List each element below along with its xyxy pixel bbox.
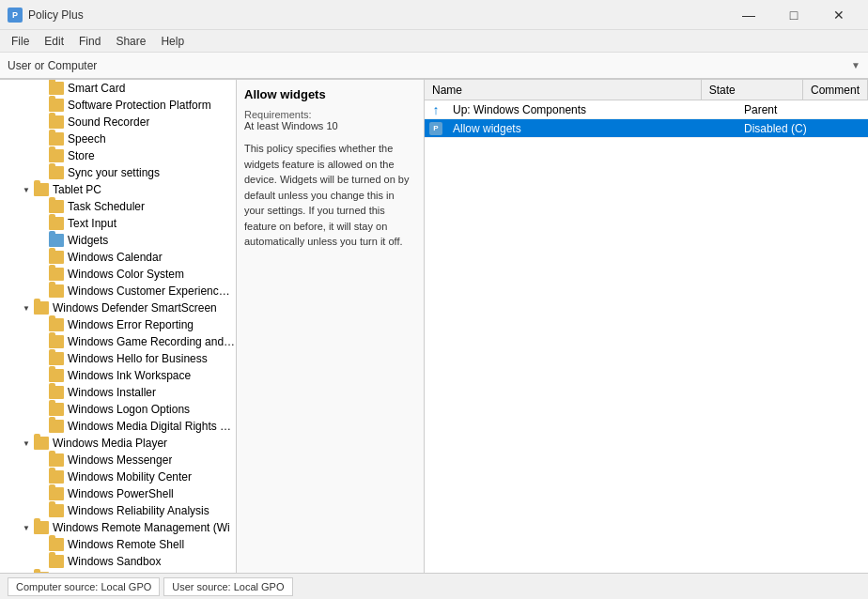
tree-item-speech[interactable]: Speech	[0, 131, 236, 147]
tree-item-label: Task Scheduler	[68, 200, 145, 213]
tree-expand-icon	[34, 469, 49, 484]
tree-item-windows-media-player[interactable]: ▼Windows Media Player	[0, 435, 236, 452]
tree-expand-icon	[34, 368, 49, 383]
menu-find[interactable]: Find	[71, 33, 108, 50]
list-row-up-windows-components[interactable]: ↑Up: Windows ComponentsParent	[425, 100, 868, 119]
tree-item-sound-recorder[interactable]: Sound Recorder	[0, 114, 236, 131]
tree-item-text-input[interactable]: Text Input	[0, 215, 236, 232]
tree-expand-icon	[34, 419, 49, 434]
folder-icon	[49, 335, 64, 348]
tree-item-store[interactable]: Store	[0, 147, 236, 164]
menu-edit[interactable]: Edit	[37, 33, 71, 50]
list-header: Name State Comment	[425, 80, 868, 100]
tree-item-windows-remote-shell[interactable]: Windows Remote Shell	[0, 536, 236, 553]
tree-item-label: Text Input	[68, 217, 116, 230]
minimize-button[interactable]: —	[727, 0, 770, 30]
tree-item-windows-error[interactable]: Windows Error Reporting	[0, 316, 236, 333]
folder-icon	[49, 403, 64, 416]
tree-item-label: Windows Sandbox	[68, 555, 161, 568]
requirements-value: At least Windows 10	[244, 120, 416, 131]
folder-icon	[49, 82, 64, 95]
list-row-allow-widgets[interactable]: PAllow widgetsDisabled (C)	[425, 119, 868, 138]
main-content: Smart CardSoftware Protection PlatformSo…	[0, 79, 868, 573]
header-name[interactable]: Name	[425, 80, 702, 100]
tree-expand-icon	[34, 453, 49, 468]
menu-help[interactable]: Help	[153, 33, 192, 50]
tree-item-task-scheduler[interactable]: Task Scheduler	[0, 198, 236, 215]
tree-item-label: Windows Mobility Center	[68, 470, 192, 484]
tree-item-tablet-pc[interactable]: ▼Tablet PC	[0, 181, 236, 198]
header-comment[interactable]: Comment	[803, 80, 868, 100]
tree-item-windows-mobility[interactable]: Windows Mobility Center	[0, 468, 236, 485]
tree-item-windows-calendar[interactable]: Windows Calendar	[0, 249, 236, 266]
title-bar: P Policy Plus — □ ✕	[0, 0, 868, 30]
folder-icon	[49, 470, 64, 484]
tree-item-software-protection[interactable]: Software Protection Platform	[0, 97, 236, 114]
user-bar-label: User or Computer	[4, 59, 851, 72]
tree-item-windows-powershell[interactable]: Windows PowerShell	[0, 485, 236, 502]
tree-item-label: Windows Defender SmartScreen	[53, 301, 217, 315]
middle-panel: Allow widgets Requirements: At least Win…	[237, 80, 425, 573]
tree-item-windows-defender[interactable]: ▼Windows Defender SmartScreen	[0, 300, 236, 316]
tree-item-label: Windows Security	[53, 572, 142, 573]
left-panel-tree: Smart CardSoftware Protection PlatformSo…	[0, 80, 237, 573]
tree-item-windows-game-recording[interactable]: Windows Game Recording and Broa	[0, 333, 236, 350]
folder-icon	[34, 437, 49, 450]
tree-expand-icon	[34, 165, 49, 180]
tree-item-widgets[interactable]: Widgets	[0, 232, 236, 249]
menu-share[interactable]: Share	[108, 33, 153, 50]
tree-expand-icon: ▼	[19, 182, 34, 197]
user-source: User source: Local GPO	[163, 577, 292, 596]
tree-item-label: Windows Ink Workspace	[68, 369, 191, 382]
user-computer-bar[interactable]: User or Computer ▼	[0, 53, 868, 79]
tree-expand-icon	[34, 537, 49, 552]
folder-icon	[34, 521, 49, 534]
header-state[interactable]: State	[702, 80, 803, 100]
tree-item-windows-color-system[interactable]: Windows Color System	[0, 266, 236, 283]
folder-icon	[49, 200, 64, 213]
tree-item-label: Windows Error Reporting	[68, 318, 194, 331]
tree-item-sync-settings[interactable]: Sync your settings	[0, 164, 236, 181]
tree-expand-icon	[34, 385, 49, 400]
tree-item-windows-customer-exp[interactable]: Windows Customer Experience Impr	[0, 283, 236, 300]
folder-icon	[49, 251, 64, 264]
tree-expand-icon	[34, 131, 49, 146]
tree-item-windows-security[interactable]: ▼Windows Security	[0, 570, 236, 573]
tree-item-windows-installer[interactable]: Windows Installer	[0, 384, 236, 401]
tree-item-label: Sync your settings	[68, 166, 160, 179]
folder-icon	[49, 234, 64, 247]
tree-item-windows-ink[interactable]: Windows Ink Workspace	[0, 367, 236, 384]
folder-icon	[49, 386, 64, 399]
tree-expand-icon: ▼	[19, 436, 34, 451]
folder-icon	[49, 369, 64, 382]
tree-item-label: Windows Media Player	[53, 437, 167, 450]
folder-icon	[49, 166, 64, 179]
policy-description: This policy specifies whether the widget…	[244, 141, 416, 250]
folder-icon	[49, 487, 64, 500]
list-cell-state: Parent	[736, 103, 849, 116]
tree-item-windows-messenger[interactable]: Windows Messenger	[0, 452, 236, 468]
nav-up-icon: ↑	[428, 102, 443, 117]
tree-item-label: Speech	[68, 132, 106, 146]
right-panel: Name State Comment ↑Up: Windows Componen…	[425, 80, 868, 573]
tree-item-label: Windows Media Digital Rights Mana	[68, 420, 236, 433]
folder-icon	[49, 217, 64, 230]
tree-item-windows-reliability[interactable]: Windows Reliability Analysis	[0, 502, 236, 519]
tree-item-windows-media-drm[interactable]: Windows Media Digital Rights Mana	[0, 418, 236, 435]
tree-item-windows-hello[interactable]: Windows Hello for Business	[0, 350, 236, 367]
tree-expand-icon	[34, 334, 49, 349]
close-button[interactable]: ✕	[817, 0, 860, 30]
folder-icon	[49, 149, 64, 162]
tree-item-windows-logon[interactable]: Windows Logon Options	[0, 401, 236, 418]
computer-source: Computer source: Local GPO	[8, 577, 160, 596]
tree-expand-icon	[34, 199, 49, 214]
menu-file[interactable]: File	[4, 33, 37, 50]
tree-item-windows-remote-mgmt[interactable]: ▼Windows Remote Management (Wi	[0, 519, 236, 536]
tree-expand-icon	[34, 402, 49, 417]
tree-item-windows-sandbox[interactable]: Windows Sandbox	[0, 553, 236, 570]
folder-icon	[49, 284, 64, 298]
maximize-button[interactable]: □	[772, 0, 815, 30]
tree-item-label: Windows Customer Experience Impr	[68, 284, 236, 298]
tree-expand-icon	[34, 351, 49, 366]
tree-item-smart-card[interactable]: Smart Card	[0, 80, 236, 97]
